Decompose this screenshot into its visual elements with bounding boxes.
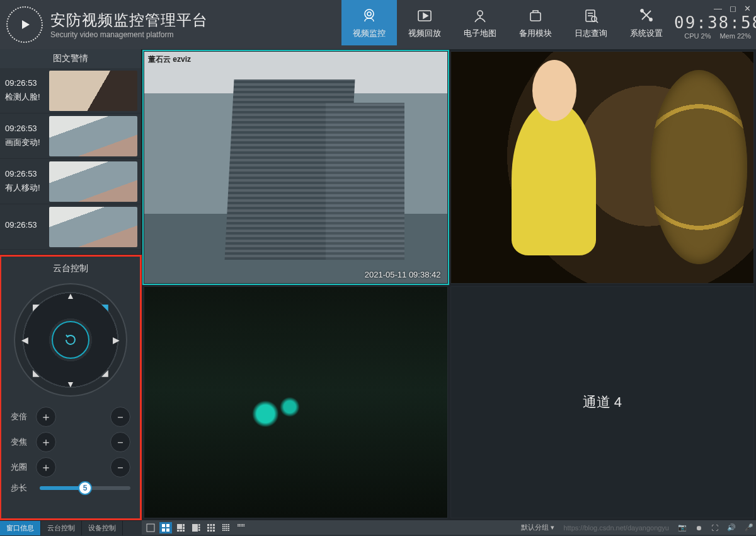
record-icon[interactable]: ⏺ (696, 524, 702, 532)
clock: 09:38:58 (674, 13, 751, 32)
iris-open-button[interactable]: ＋ (36, 457, 56, 477)
nav-label: 电子地图 (464, 28, 496, 39)
maximize-button[interactable]: ◻ (730, 4, 736, 13)
svg-rect-63 (241, 525, 242, 527)
svg-rect-36 (213, 527, 215, 528)
layout-2x2-button[interactable] (159, 522, 172, 533)
nav-playback[interactable]: 视频回放 (397, 0, 452, 45)
svg-rect-20 (166, 528, 169, 532)
alert-msg: 画面变动! (5, 137, 49, 148)
camera-icon (360, 6, 379, 25)
svg-rect-58 (241, 524, 242, 525)
layout-5x5-button[interactable] (235, 522, 248, 533)
nav-log[interactable]: 日志查询 (563, 0, 619, 45)
ptz-right-button[interactable]: ▶ (113, 335, 120, 345)
svg-rect-21 (177, 524, 182, 529)
alert-thumbnail (49, 71, 137, 111)
alert-time: 09:26:53 (5, 169, 49, 178)
alert-time: 09:26:53 (5, 78, 49, 88)
alert-row[interactable]: 09:26:53检测人脸! (0, 68, 141, 114)
ptz-downleft-button[interactable]: ◣ (33, 368, 40, 378)
layout-1x1-button[interactable] (144, 522, 157, 533)
channel-label: 通道 4 (583, 393, 622, 412)
svg-rect-40 (222, 524, 224, 525)
alert-row[interactable]: 09:26:53画面变动! (0, 114, 141, 159)
alert-row[interactable]: 09:26:53 (0, 204, 141, 250)
svg-rect-57 (239, 524, 240, 525)
svg-rect-60 (244, 524, 245, 525)
ptz-upleft-button[interactable]: ◤ (33, 302, 40, 312)
svg-point-10 (592, 16, 597, 21)
step-value[interactable]: 5 (78, 481, 92, 495)
footer: 窗口信息 云台控制 设备控制 默认分组 ▾ https://blog.csdn.… (0, 520, 756, 536)
alert-row[interactable]: 09:26:53有人移动! (0, 159, 141, 204)
svg-rect-51 (228, 528, 229, 529)
app-title: 安防视频监控管理平台 (50, 10, 208, 30)
playback-icon (415, 6, 434, 25)
logo-icon (6, 6, 43, 43)
svg-rect-16 (147, 524, 154, 532)
video-tile-1[interactable]: 董石云 ezviz 2021-05-11 09:38:42 (144, 51, 448, 284)
header: 安防视频监控管理平台 Security video management pla… (0, 0, 756, 49)
iris-close-button[interactable]: － (110, 457, 130, 477)
main: 董石云 ezviz 2021-05-11 09:38:42 通道 4 (142, 49, 756, 520)
brand: 安防视频监控管理平台 Security video management pla… (0, 0, 219, 43)
zoom-out-button[interactable]: － (110, 407, 130, 427)
svg-rect-59 (242, 524, 243, 525)
svg-rect-22 (183, 524, 185, 527)
video-grid: 董石云 ezviz 2021-05-11 09:38:42 通道 4 (142, 49, 756, 520)
tab-ptz-control[interactable]: 云台控制 (41, 521, 82, 535)
svg-rect-45 (224, 526, 226, 527)
ptz-down-button[interactable]: ▼ (66, 379, 75, 389)
ptz-wheel: ▲ ▼ ◀ ▶ ◤ ◥ ◣ ◢ (14, 283, 127, 397)
mem-stat: Mem 22% (719, 32, 751, 40)
alert-time: 09:26:53 (5, 124, 49, 133)
video-tile-3[interactable] (144, 286, 448, 519)
svg-rect-61 (238, 525, 239, 527)
nav-video-monitor[interactable]: 视频监控 (341, 0, 397, 45)
tile-timestamp: 2021-05-11 09:38:42 (365, 270, 441, 279)
layout-1-5-button[interactable] (175, 522, 187, 533)
layout-1-7-button[interactable] (190, 522, 202, 533)
zoom-in-button[interactable]: ＋ (36, 407, 56, 427)
ptz-up-button[interactable]: ▲ (66, 291, 75, 301)
focus-in-button[interactable]: ＋ (36, 432, 56, 452)
svg-line-11 (596, 21, 598, 23)
tab-device-control[interactable]: 设备控制 (82, 521, 123, 535)
svg-point-14 (641, 9, 643, 12)
svg-rect-33 (213, 524, 215, 526)
svg-rect-44 (222, 526, 224, 527)
fullscreen-icon[interactable]: ⛶ (711, 524, 718, 532)
minimize-button[interactable]: — (714, 4, 722, 13)
ptz-left-button[interactable]: ◀ (21, 335, 28, 345)
snapshot-icon[interactable]: 📷 (678, 523, 687, 532)
nav-label: 日志查询 (575, 28, 607, 39)
svg-rect-24 (177, 530, 180, 532)
group-selector[interactable]: 默认分组 ▾ (521, 523, 554, 532)
nav-module[interactable]: 备用模块 (508, 0, 563, 45)
audio-icon[interactable]: 🔊 (727, 523, 736, 532)
nav-map[interactable]: 电子地图 (452, 0, 508, 45)
svg-rect-23 (183, 527, 185, 529)
ptz-upright-button[interactable]: ◥ (101, 302, 108, 312)
ptz-downright-button[interactable]: ◢ (101, 368, 108, 378)
module-icon (526, 6, 545, 25)
step-label: 步长 (11, 482, 36, 494)
focus-out-button[interactable]: － (110, 432, 130, 452)
header-right: — ◻ ✕ 09:38:58 CPU 2% Mem 22% (674, 0, 756, 42)
layout-4x4-button[interactable] (220, 522, 232, 533)
svg-rect-39 (213, 530, 215, 532)
tab-window-info[interactable]: 窗口信息 (0, 521, 41, 535)
layout-3x3-button[interactable] (205, 522, 217, 533)
alert-list[interactable]: 09:26:53检测人脸! 09:26:53画面变动! 09:26:53有人移动… (0, 68, 141, 255)
svg-rect-37 (207, 530, 209, 532)
svg-rect-55 (228, 530, 229, 531)
nav-settings[interactable]: 系统设置 (619, 0, 674, 45)
ptz-reset-button[interactable] (52, 321, 89, 359)
svg-rect-32 (210, 524, 212, 526)
mic-icon[interactable]: 🎤 (745, 523, 753, 532)
video-tile-4[interactable]: 通道 4 (450, 286, 755, 519)
video-tile-2[interactable] (450, 51, 755, 284)
close-button[interactable]: ✕ (744, 4, 751, 13)
step-slider[interactable]: 5 (40, 486, 130, 490)
